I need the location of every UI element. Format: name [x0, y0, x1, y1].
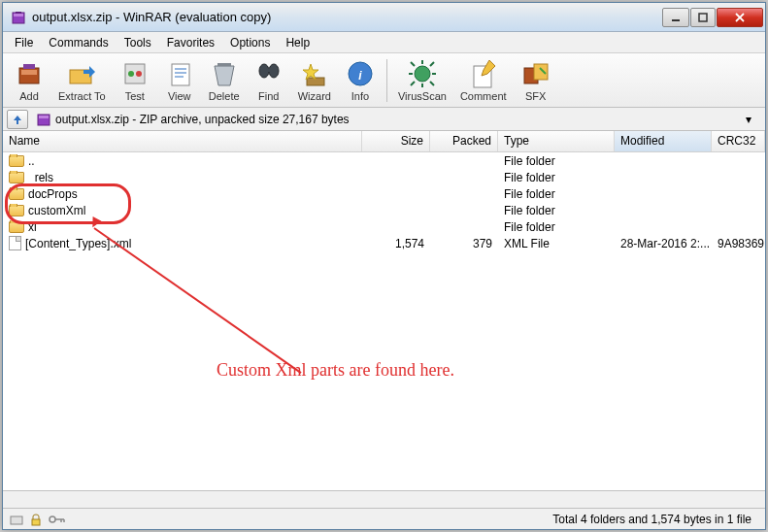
maximize-button[interactable] — [690, 8, 716, 27]
sfx-label: SFX — [525, 90, 546, 102]
statusbar: Total 4 folders and 1,574 bytes in 1 fil… — [3, 508, 765, 529]
menu-file[interactable]: File — [7, 34, 41, 51]
list-item[interactable]: _rels File folder — [3, 169, 765, 185]
svg-rect-4 — [699, 14, 707, 21]
menu-commands[interactable]: Commands — [41, 34, 116, 51]
test-icon — [119, 58, 150, 89]
list-item[interactable]: .. File folder — [3, 152, 765, 169]
toolbar-separator — [386, 59, 387, 102]
virusscan-button[interactable]: VirusScan — [391, 55, 453, 106]
status-text: Total 4 folders and 1,574 bytes in 1 fil… — [67, 513, 759, 526]
status-icons — [9, 513, 67, 526]
delete-button[interactable]: Delete — [202, 55, 247, 106]
svg-rect-9 — [83, 70, 91, 74]
extract-button[interactable]: Extract To — [51, 55, 113, 106]
svg-rect-6 — [21, 70, 37, 75]
menu-favorites[interactable]: Favorites — [159, 34, 222, 51]
wizard-label: Wizard — [298, 90, 331, 102]
col-packed[interactable]: Packed — [430, 131, 498, 151]
menu-help[interactable]: Help — [278, 34, 317, 51]
wizard-button[interactable]: Wizard — [291, 55, 338, 106]
col-name[interactable]: Name — [3, 131, 362, 151]
folder-icon — [9, 155, 24, 167]
svg-rect-3 — [672, 19, 680, 21]
add-button[interactable]: Add — [7, 55, 51, 106]
view-label: View — [168, 90, 191, 102]
svg-rect-1 — [14, 14, 23, 17]
status-icon — [9, 513, 24, 526]
delete-icon — [209, 58, 240, 89]
col-type[interactable]: Type — [498, 131, 615, 151]
path-text: output.xlsx.zip - ZIP archive, unpacked … — [55, 113, 350, 126]
menu-options[interactable]: Options — [222, 34, 278, 51]
info-button[interactable]: i Info — [338, 55, 383, 106]
folder-icon — [9, 205, 24, 216]
extract-icon — [66, 58, 97, 89]
svg-rect-29 — [39, 116, 49, 118]
folder-icon — [9, 172, 24, 183]
pathbar: output.xlsx.zip - ZIP archive, unpacked … — [3, 108, 765, 131]
delete-label: Delete — [209, 90, 240, 102]
view-icon — [164, 58, 195, 89]
bottom-bar — [3, 490, 765, 508]
list-item[interactable]: xl File folder — [3, 218, 765, 235]
extract-label: Extract To — [58, 90, 106, 102]
column-headers: Name Size Packed Type Modified CRC32 — [3, 131, 765, 152]
svg-rect-13 — [172, 64, 189, 85]
add-label: Add — [19, 90, 39, 102]
col-size[interactable]: Size — [362, 131, 430, 151]
folder-icon — [9, 188, 24, 200]
comment-icon — [468, 58, 499, 89]
folder-icon — [9, 221, 24, 233]
test-button[interactable]: Test — [113, 55, 157, 106]
find-button[interactable]: Find — [247, 55, 291, 106]
svg-rect-7 — [23, 64, 35, 69]
list-item[interactable]: customXml File folder — [3, 202, 765, 218]
file-icon — [9, 236, 21, 250]
path-display[interactable]: output.xlsx.zip - ZIP archive, unpacked … — [32, 112, 742, 127]
menu-tools[interactable]: Tools — [117, 34, 159, 51]
minimize-button[interactable] — [662, 8, 689, 27]
winrar-window: output.xlsx.zip - WinRAR (evaluation cop… — [2, 2, 766, 530]
virusscan-label: VirusScan — [398, 90, 447, 102]
find-icon — [253, 58, 284, 89]
add-icon — [14, 58, 45, 89]
view-button[interactable]: View — [157, 55, 202, 106]
find-label: Find — [258, 90, 279, 102]
comment-label: Comment — [460, 90, 507, 102]
window-controls — [661, 8, 763, 27]
close-button[interactable] — [717, 8, 763, 27]
test-label: Test — [125, 90, 145, 102]
app-icon — [11, 10, 26, 25]
sfx-button[interactable]: SFX — [514, 55, 558, 106]
svg-point-24 — [415, 66, 430, 82]
info-icon: i — [345, 58, 376, 89]
file-list[interactable]: Name Size Packed Type Modified CRC32 .. … — [3, 131, 765, 490]
svg-point-12 — [136, 71, 142, 77]
svg-rect-20 — [267, 69, 271, 72]
annotation-text: Custom Xml parts are found here. — [217, 360, 454, 381]
svg-rect-2 — [16, 12, 21, 14]
key-icon — [48, 513, 67, 526]
info-label: Info — [351, 90, 369, 102]
path-dropdown[interactable]: ▾ — [746, 113, 761, 126]
list-body: .. File folder _rels File folder docProp… — [3, 152, 765, 251]
menubar: File Commands Tools Favorites Options He… — [3, 32, 765, 53]
svg-rect-31 — [32, 519, 40, 525]
archive-icon — [36, 112, 51, 127]
toolbar: Add Extract To Test View Delete Find Wiz… — [3, 53, 765, 108]
up-button[interactable] — [7, 110, 28, 129]
col-modified[interactable]: Modified — [615, 131, 712, 151]
svg-point-11 — [128, 71, 134, 77]
window-title: output.xlsx.zip - WinRAR (evaluation cop… — [32, 10, 661, 24]
comment-button[interactable]: Comment — [453, 55, 514, 106]
titlebar[interactable]: output.xlsx.zip - WinRAR (evaluation cop… — [3, 3, 765, 32]
col-crc[interactable]: CRC32 — [712, 131, 765, 151]
list-item[interactable]: [Content_Types].xml 1,574 379 XML File 2… — [3, 235, 765, 251]
lock-icon — [28, 513, 44, 526]
virusscan-icon — [407, 58, 438, 89]
svg-rect-27 — [534, 64, 548, 80]
wizard-icon — [299, 58, 330, 89]
sfx-icon — [520, 58, 551, 89]
list-item[interactable]: docProps File folder — [3, 185, 765, 202]
